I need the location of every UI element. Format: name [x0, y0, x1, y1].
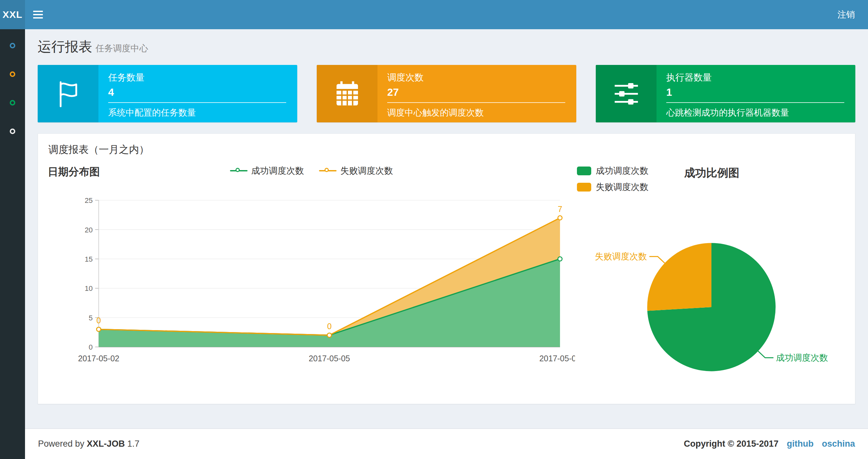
- success-ratio-pie: 成功调度次数失败调度次数: [575, 201, 845, 406]
- legend-label: 失败调度次数: [340, 165, 393, 176]
- circle-icon: [10, 100, 15, 105]
- date-distribution-block: 日期分布图 成功调度次数: [48, 163, 575, 406]
- info-box-body: 调度次数 27 调度中心触发的调度次数: [377, 65, 576, 122]
- sidebar: [0, 29, 25, 459]
- circle-icon: [10, 43, 15, 48]
- svg-text:15: 15: [85, 255, 93, 263]
- info-box-triggers: 调度次数 27 调度中心触发的调度次数: [317, 65, 576, 122]
- calendar-icon: [317, 65, 377, 122]
- svg-text:10: 10: [85, 284, 93, 293]
- info-box-title: 任务数量: [108, 71, 286, 84]
- version: 1.7: [127, 439, 140, 449]
- divider: [387, 102, 565, 103]
- svg-text:5: 5: [89, 314, 93, 322]
- navbar-rest: 注销: [25, 0, 868, 29]
- top-navbar: XXL 注销: [0, 0, 868, 29]
- github-link[interactable]: github: [787, 439, 813, 449]
- svg-text:0: 0: [89, 343, 93, 351]
- legend-label: 失败调度次数: [596, 181, 648, 193]
- info-box-body: 任务数量 4 系统中配置的任务数量: [98, 65, 297, 122]
- line-marker-icon: [230, 167, 248, 174]
- svg-text:成功调度次数: 成功调度次数: [776, 353, 828, 363]
- info-box-value: 27: [387, 86, 565, 98]
- info-box-value: 4: [108, 86, 286, 98]
- date-distribution-chart: 05101520252017-05-022017-05-052017-05-08…: [48, 188, 575, 368]
- app-root: XXL 注销: [0, 0, 868, 459]
- info-box-executors: 执行器数量 1 心跳检测成功的执行器机器数量: [596, 65, 855, 122]
- schedule-report-panel: 调度报表（一月之内） 日期分布图: [38, 133, 855, 404]
- legend-item-success[interactable]: 成功调度次数: [230, 165, 304, 176]
- info-box-title: 执行器数量: [666, 71, 844, 84]
- page-header: 运行报表任务调度中心: [38, 38, 855, 56]
- copyright-text: Copyright © 2015-2017: [684, 439, 779, 449]
- info-box-value: 1: [666, 86, 844, 98]
- svg-text:2017-05-02: 2017-05-02: [78, 354, 119, 363]
- powered-by: Powered by XXL-JOB 1.7: [38, 439, 140, 449]
- legend-label: 成功调度次数: [596, 165, 648, 176]
- page-title: 运行报表任务调度中心: [38, 38, 855, 56]
- svg-text:2017-05-05: 2017-05-05: [309, 354, 350, 363]
- svg-text:25: 25: [85, 196, 93, 204]
- info-box-body: 执行器数量 1 心跳检测成功的执行器机器数量: [656, 65, 855, 122]
- logout-link[interactable]: 注销: [825, 0, 868, 29]
- sidebar-item-3[interactable]: [0, 88, 25, 117]
- sidebar-item-4[interactable]: [0, 117, 25, 145]
- divider: [666, 102, 844, 103]
- legend-item-fail[interactable]: 失败调度次数: [577, 181, 648, 193]
- panel-title: 调度报表（一月之内）: [38, 134, 855, 160]
- line-chart-legend: 成功调度次数 失败调度次数: [230, 165, 393, 176]
- info-box-title: 调度次数: [387, 71, 565, 84]
- line-marker-icon: [319, 167, 337, 174]
- legend-label: 成功调度次数: [251, 165, 304, 176]
- pie-chart-header: 成功调度次数 失败调度次数 成功比例图: [575, 165, 845, 193]
- sidebar-item-1[interactable]: [0, 31, 25, 60]
- info-box-desc: 调度中心触发的调度次数: [387, 107, 565, 119]
- flag-icon: [38, 65, 98, 122]
- legend-item-success[interactable]: 成功调度次数: [577, 165, 648, 176]
- charts-row: 日期分布图 成功调度次数: [38, 160, 855, 406]
- svg-text:2017-05-08: 2017-05-08: [539, 354, 575, 363]
- sidebar-item-2[interactable]: [0, 60, 25, 88]
- info-box-jobs: 任务数量 4 系统中配置的任务数量: [38, 65, 297, 122]
- success-ratio-block: 成功调度次数 失败调度次数 成功比例图 成功调度次数失败调度次数: [575, 163, 845, 406]
- sliders-icon: [596, 65, 656, 122]
- info-box-desc: 心跳检测成功的执行器机器数量: [666, 107, 844, 119]
- svg-text:0: 0: [327, 322, 332, 331]
- brand-name: XXL-JOB: [87, 439, 125, 449]
- info-box-row: 任务数量 4 系统中配置的任务数量: [38, 65, 855, 122]
- page-footer: Powered by XXL-JOB 1.7 Copyright © 2015-…: [25, 428, 868, 459]
- svg-text:20: 20: [85, 226, 93, 234]
- svg-text:0: 0: [96, 316, 101, 325]
- hamburger-icon: [33, 11, 43, 19]
- swatch-icon: [577, 183, 591, 192]
- page-subtitle: 任务调度中心: [95, 43, 148, 53]
- pie-chart-title: 成功比例图: [684, 166, 739, 181]
- app-logo[interactable]: XXL: [0, 0, 25, 29]
- footer-right: Copyright © 2015-2017 github oschina: [684, 439, 855, 449]
- legend-item-fail[interactable]: 失败调度次数: [319, 165, 393, 176]
- svg-text:失败调度次数: 失败调度次数: [595, 252, 647, 261]
- divider: [108, 102, 286, 103]
- info-box-desc: 系统中配置的任务数量: [108, 107, 286, 119]
- circle-icon: [10, 71, 15, 77]
- oschina-link[interactable]: oschina: [822, 439, 855, 449]
- swatch-icon: [577, 166, 591, 175]
- content-area: 运行报表任务调度中心 任务数量 4: [25, 29, 868, 428]
- circle-icon: [10, 129, 15, 134]
- svg-text:7: 7: [558, 204, 562, 214]
- sidebar-toggle-button[interactable]: [25, 0, 51, 29]
- pie-chart-legend: 成功调度次数 失败调度次数: [577, 165, 648, 193]
